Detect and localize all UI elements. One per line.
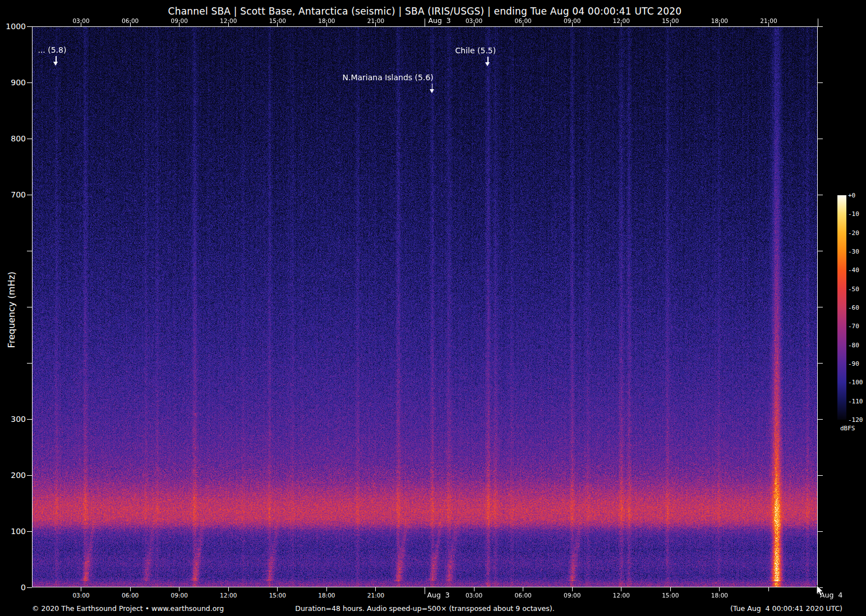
x-tick-label-top: 09:00: [163, 17, 196, 24]
y-tick-label: 200: [0, 471, 26, 479]
y-tick-right: [818, 82, 823, 83]
x-tick-bottom: [130, 587, 131, 591]
x-tick-label-top: 12:00: [211, 17, 245, 24]
colorbar-tick-label: -20: [848, 230, 859, 237]
y-tick-right: [818, 195, 823, 195]
x-tick-label-bottom: Aug 4: [820, 591, 842, 599]
y-tick-right: [818, 251, 823, 251]
x-tick-label-top: Aug 3: [429, 16, 451, 25]
x-tick-label-bottom: 09:00: [163, 592, 196, 599]
footer-duration: Duration=48 hours. Audio speed-up=500× (…: [32, 604, 818, 613]
footer-end-time: (Tue Aug 4 00:00:41 2020 UTC): [730, 604, 842, 613]
x-tick-bottom: [818, 587, 818, 594]
colorbar-tick-label: -110: [848, 398, 863, 405]
annotation-chile: Chile (5.5): [391, 46, 560, 55]
y-tick-left: [27, 363, 32, 364]
x-tick-label-bottom: 18:00: [310, 592, 343, 599]
x-tick-bottom: [81, 587, 81, 591]
x-tick-bottom: [375, 587, 376, 591]
x-tick-label-bottom: 15:00: [261, 592, 294, 599]
x-tick-label-top: 21:00: [752, 17, 785, 24]
x-tick-bottom: [425, 587, 425, 594]
y-tick-left: [27, 531, 32, 532]
y-tick-left: [27, 419, 32, 420]
x-tick-label-top: 03:00: [65, 17, 98, 24]
x-tick-bottom: [670, 587, 671, 591]
y-tick-right: [818, 587, 823, 588]
y-tick-left: [27, 587, 32, 588]
x-tick-bottom: [621, 587, 621, 591]
x-tick-label-bottom: Aug 3: [427, 591, 450, 599]
x-tick-bottom: [326, 587, 327, 591]
chart-title: Channel SBA | Scott Base, Antarctica (se…: [32, 6, 818, 17]
x-tick-bottom: [277, 587, 278, 591]
y-tick-label: 300: [0, 415, 26, 423]
x-tick-label-top: 18:00: [703, 17, 736, 24]
spectrogram-canvas: [33, 27, 818, 587]
y-tick-left: [27, 307, 32, 307]
spectrogram-app: Channel SBA | Scott Base, Antarctica (se…: [0, 0, 866, 616]
x-tick-bottom: [768, 587, 769, 591]
colorbar-tick-label: -30: [848, 249, 859, 255]
y-tick-left: [27, 475, 32, 476]
x-tick-label-top: 06:00: [506, 17, 540, 24]
y-tick-right: [818, 363, 823, 364]
x-tick-label-bottom: 18:00: [703, 592, 736, 599]
y-tick-left: [27, 26, 32, 27]
x-tick-label-bottom: 15:00: [653, 592, 687, 599]
x-tick-label-top: 21:00: [359, 17, 393, 24]
y-tick-left: [27, 251, 32, 251]
y-tick-left: [27, 82, 32, 83]
colorbar-tick-label: -60: [848, 305, 859, 311]
colorbar-tick-label: +0: [848, 192, 855, 199]
colorbar-unit-label: dBFS: [840, 425, 855, 432]
colorbar-tick-label: -90: [848, 361, 859, 367]
x-tick-label-bottom: 03:00: [65, 592, 98, 599]
y-tick-label: 1000: [0, 22, 26, 30]
x-tick-label-top: 15:00: [653, 17, 687, 24]
down-arrow-icon: [53, 62, 58, 66]
colorbar-gradient: [837, 195, 846, 420]
y-tick-right: [818, 26, 823, 27]
y-tick-right: [818, 139, 823, 139]
annotation-event-5-8: ... (5.8): [0, 45, 136, 54]
y-tick-left: [27, 139, 32, 139]
x-tick-label-bottom: 03:00: [457, 592, 491, 599]
x-tick-label-bottom: 12:00: [211, 592, 245, 599]
down-arrow-icon: [430, 89, 434, 93]
x-tick-label-bottom: 21:00: [359, 592, 393, 599]
x-tick-label-top: 15:00: [261, 17, 294, 24]
colorbar-tick-label: -100: [848, 379, 863, 386]
x-tick-label-top: 03:00: [457, 17, 491, 24]
x-tick-label-bottom: 09:00: [555, 592, 589, 599]
x-tick-label-top: 18:00: [310, 17, 343, 24]
y-tick-right: [818, 419, 823, 420]
colorbar-tick-label: -10: [848, 211, 859, 218]
x-tick-bottom: [719, 587, 720, 591]
x-tick-bottom: [179, 587, 179, 591]
y-tick-right: [818, 307, 823, 307]
x-tick-bottom: [474, 587, 475, 591]
x-tick-label-bottom: 12:00: [605, 592, 638, 599]
colorbar-tick-label: -80: [848, 342, 859, 349]
x-tick-label-top: 06:00: [113, 17, 147, 24]
annotation-n-mariana-islands: N.Mariana Islands (5.6): [304, 73, 472, 82]
down-arrow-icon: [485, 62, 490, 66]
x-tick-top: [425, 19, 425, 26]
x-tick-label-top: 09:00: [555, 17, 589, 24]
colorbar-tick-label: -120: [848, 417, 863, 424]
x-tick-bottom: [523, 587, 523, 591]
colorbar-tick-label: -50: [848, 286, 859, 293]
y-tick-left: [27, 195, 32, 195]
colorbar-tick-label: -40: [848, 267, 859, 274]
y-tick-label: 800: [0, 135, 26, 142]
x-tick-label-bottom: 06:00: [506, 592, 540, 599]
y-tick-label: 900: [0, 79, 26, 86]
x-tick-bottom: [228, 587, 229, 591]
y-tick-label: 700: [0, 191, 26, 199]
y-tick-label: 100: [0, 527, 26, 535]
y-axis-label: Frequency (mHz): [6, 272, 17, 348]
x-tick-top: [818, 19, 818, 26]
x-tick-label-bottom: 06:00: [113, 592, 147, 599]
y-tick-right: [818, 475, 823, 476]
